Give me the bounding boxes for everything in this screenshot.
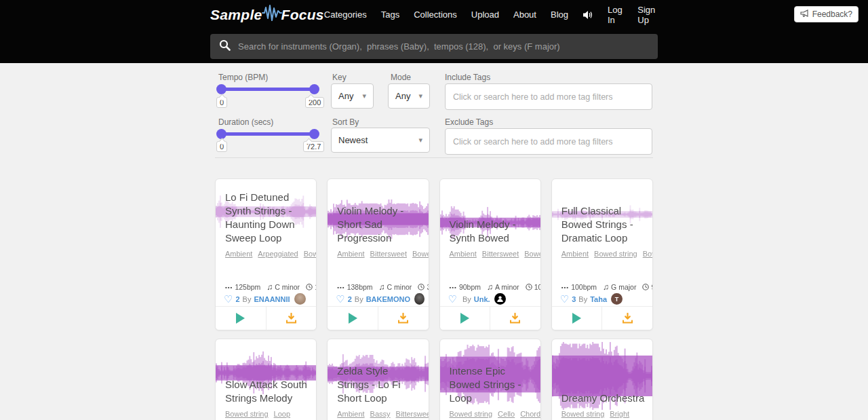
metronome-icon: ••• — [450, 284, 457, 290]
tag-link[interactable]: Bittersweet — [370, 250, 407, 258]
nav-categories[interactable]: Categories — [324, 9, 367, 20]
tag-link[interactable]: Chord — [520, 410, 540, 418]
sample-title[interactable]: Intense Epic Bowed Strings - Loop — [450, 350, 534, 405]
sample-tags: AmbientBowed stringBowed stringsChordCla… — [561, 249, 646, 260]
sort-by-select[interactable]: Newest ▾ — [331, 128, 430, 153]
tag-link[interactable]: Bowed strings — [643, 250, 653, 258]
search-icon — [219, 39, 231, 54]
search-input[interactable] — [238, 41, 649, 52]
like-heart-icon[interactable]: ♡ — [336, 294, 344, 304]
nav-log-in[interactable]: Log In — [608, 5, 623, 25]
like-heart-icon[interactable]: ♡ — [224, 294, 233, 304]
by-label: By — [462, 295, 471, 303]
card-footer — [440, 306, 540, 330]
card-footer — [552, 306, 652, 330]
author-link[interactable]: Unk. — [474, 295, 490, 303]
play-button[interactable] — [440, 307, 491, 330]
feedback-button[interactable]: Feedback? — [794, 6, 859, 22]
nav-about[interactable]: About — [513, 9, 536, 20]
nav-upload[interactable]: Upload — [471, 9, 499, 20]
tempo-slider-handle-max[interactable] — [309, 84, 319, 94]
sample-title[interactable]: Violin Melody - Synth Bowed — [450, 190, 534, 245]
duration-slider-handle-max[interactable] — [309, 129, 319, 139]
sample-meta: •••90bpm ♫A minor 10.7s — [450, 282, 536, 292]
play-button[interactable] — [552, 307, 603, 330]
exclude-tags-input[interactable] — [445, 128, 652, 155]
key-value: ♫G major — [603, 282, 636, 292]
tempo-slider[interactable] — [218, 83, 317, 94]
download-button[interactable] — [267, 307, 317, 330]
sample-title[interactable]: Lo Fi Detuned Synth Strings - Haunting D… — [225, 190, 310, 245]
tag-link[interactable]: Ambient — [225, 250, 252, 258]
sample-card: Violin Melody - Synth Bowed AmbientBitte… — [439, 178, 541, 330]
nav-tags[interactable]: Tags — [381, 9, 399, 20]
duration-filter-label: Duration (secs) — [218, 117, 273, 127]
tag-link[interactable]: Bowed string — [304, 250, 317, 258]
logo-text-focus: Focus — [281, 7, 324, 23]
nav-blog[interactable]: Blog — [551, 9, 568, 20]
search-bar-row — [0, 29, 868, 63]
tag-link[interactable]: Ambient — [337, 250, 364, 258]
author-link[interactable]: ENAANNII — [254, 295, 290, 303]
key-select[interactable]: Any ▾ — [331, 83, 374, 109]
nav-collections[interactable]: Collections — [414, 9, 457, 20]
sample-title[interactable]: Full Classical Bowed Strings - Dramatic … — [561, 190, 646, 245]
author-link[interactable]: Taha — [590, 295, 607, 303]
download-button[interactable] — [490, 307, 540, 330]
section-divider — [215, 157, 653, 158]
sample-title[interactable]: Zelda Style Strings - Lo Fi Short Loop — [337, 350, 422, 405]
download-button[interactable] — [602, 307, 652, 330]
tag-link[interactable]: Bright — [610, 410, 629, 418]
sample-tags: AmbientArpeggiatedBowed stringBowed stri… — [225, 249, 310, 260]
music-note-icon: ♫ — [603, 282, 609, 292]
tag-link[interactable]: Bassy — [370, 410, 391, 418]
tag-link[interactable]: Bowed string — [412, 250, 429, 258]
tag-link[interactable]: Cello — [498, 410, 515, 418]
sample-title[interactable]: Violin Melody - Short Sad Progression — [337, 190, 422, 245]
speaker-icon[interactable] — [583, 10, 593, 20]
tag-link[interactable]: Arpeggiated — [258, 250, 298, 258]
chevron-down-icon: ▾ — [418, 92, 422, 100]
duration-value: 9.8s — [642, 283, 653, 291]
play-icon — [460, 313, 469, 324]
like-heart-icon[interactable]: ♡ — [448, 294, 457, 304]
tag-link[interactable]: Bowed string — [225, 410, 269, 418]
duration-value: 15.4s — [306, 283, 317, 291]
author-link[interactable]: BAKEMONO — [366, 295, 410, 303]
tempo-filter-label: Tempo (BPM) — [218, 73, 268, 82]
site-logo[interactable]: Sample Focus — [210, 4, 324, 25]
duration-value: 10.7s — [526, 283, 541, 291]
tag-link[interactable]: Ambient — [337, 410, 364, 418]
like-heart-icon[interactable]: ♡ — [560, 294, 569, 304]
sample-card: Dreamy Orchestra Bowed stringBright — [551, 339, 653, 420]
nav-sign-up[interactable]: Sign Up — [637, 5, 658, 25]
sample-title[interactable]: Dreamy Orchestra — [561, 350, 646, 405]
sample-title[interactable]: Slow Attack South Strings Melody — [225, 350, 310, 405]
tag-link[interactable]: Bittersweet — [482, 250, 519, 258]
mode-select[interactable]: Any ▾ — [388, 83, 430, 109]
clock-icon — [526, 284, 532, 290]
tag-link[interactable]: Ambient — [450, 250, 477, 258]
tag-link[interactable]: Bittersweet — [396, 410, 429, 418]
play-button[interactable] — [328, 307, 378, 330]
tag-link[interactable]: Bowed string — [450, 410, 493, 418]
like-count: 2 — [348, 295, 352, 303]
include-tags-input[interactable] — [445, 83, 652, 110]
duration-slider-track — [218, 132, 317, 136]
sort-by-label: Sort By — [332, 117, 359, 127]
avatar — [494, 293, 506, 305]
sample-meta: •••100bpm ♫G major 9.8s — [561, 282, 648, 292]
tag-link[interactable]: Ambient — [561, 250, 589, 258]
play-button[interactable] — [216, 307, 267, 330]
search-box[interactable] — [210, 34, 658, 59]
sample-tags: Bowed stringCelloChord — [450, 409, 534, 420]
duration-slider[interactable] — [218, 128, 317, 139]
music-note-icon: ♫ — [267, 282, 273, 292]
tag-link[interactable]: Bowed string — [561, 410, 605, 418]
tag-link[interactable]: Loop — [274, 410, 290, 418]
download-button[interactable] — [378, 307, 429, 330]
music-note-icon: ♫ — [487, 282, 493, 292]
tag-link[interactable]: Bowed string — [524, 250, 540, 258]
tag-link[interactable]: Bowed string — [594, 250, 637, 258]
tempo-slider-handle-min[interactable] — [216, 84, 226, 94]
